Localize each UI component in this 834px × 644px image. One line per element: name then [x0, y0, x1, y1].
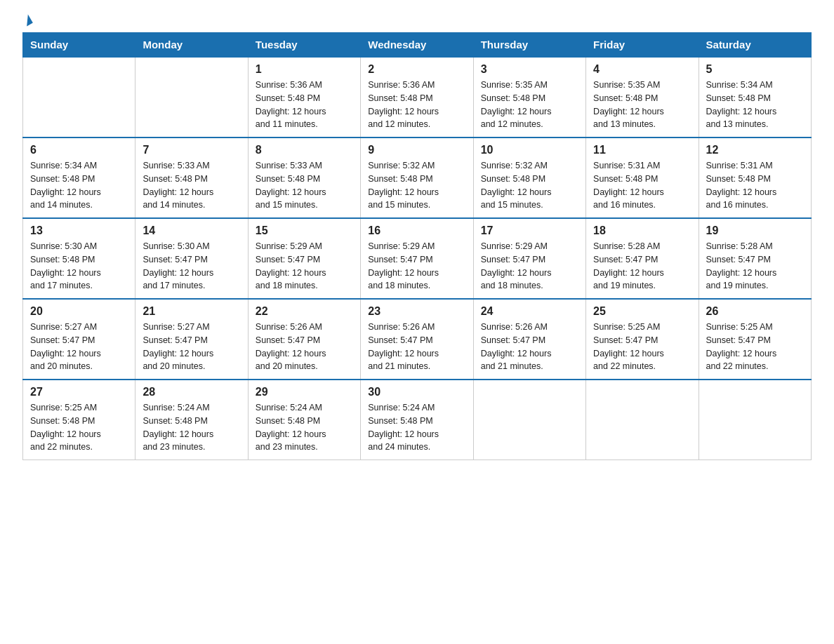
day-info: Sunrise: 5:30 AMSunset: 5:47 PMDaylight:… — [143, 240, 240, 293]
day-info: Sunrise: 5:32 AMSunset: 5:48 PMDaylight:… — [368, 159, 465, 212]
calendar-cell: 24Sunrise: 5:26 AMSunset: 5:47 PMDayligh… — [473, 299, 585, 380]
calendar-cell: 14Sunrise: 5:30 AMSunset: 5:47 PMDayligh… — [135, 218, 248, 299]
logo — [22, 17, 31, 25]
weekday-header-friday: Friday — [586, 33, 699, 58]
calendar-cell: 12Sunrise: 5:31 AMSunset: 5:48 PMDayligh… — [699, 137, 811, 218]
day-number: 9 — [368, 144, 465, 156]
calendar-cell — [586, 380, 699, 460]
day-number: 5 — [706, 63, 804, 76]
calendar-cell: 3Sunrise: 5:35 AMSunset: 5:48 PMDaylight… — [473, 57, 585, 137]
calendar-header-row: SundayMondayTuesdayWednesdayThursdayFrid… — [23, 33, 812, 58]
calendar-cell: 4Sunrise: 5:35 AMSunset: 5:48 PMDaylight… — [586, 57, 699, 137]
day-number: 2 — [368, 63, 465, 76]
day-info: Sunrise: 5:33 AMSunset: 5:48 PMDaylight:… — [256, 159, 353, 212]
calendar-cell: 20Sunrise: 5:27 AMSunset: 5:47 PMDayligh… — [23, 299, 135, 380]
day-info: Sunrise: 5:36 AMSunset: 5:48 PMDaylight:… — [256, 79, 353, 131]
day-info: Sunrise: 5:33 AMSunset: 5:48 PMDaylight:… — [143, 159, 240, 212]
day-info: Sunrise: 5:30 AMSunset: 5:48 PMDaylight:… — [30, 240, 128, 293]
day-number: 10 — [481, 144, 578, 156]
day-number: 29 — [256, 386, 353, 398]
day-number: 24 — [481, 305, 578, 318]
day-info: Sunrise: 5:31 AMSunset: 5:48 PMDaylight:… — [706, 159, 804, 212]
calendar-cell: 6Sunrise: 5:34 AMSunset: 5:48 PMDaylight… — [23, 137, 135, 218]
day-info: Sunrise: 5:24 AMSunset: 5:48 PMDaylight:… — [256, 401, 353, 454]
day-info: Sunrise: 5:28 AMSunset: 5:47 PMDaylight:… — [706, 240, 804, 293]
day-info: Sunrise: 5:26 AMSunset: 5:47 PMDaylight:… — [256, 321, 353, 373]
calendar-cell: 29Sunrise: 5:24 AMSunset: 5:48 PMDayligh… — [248, 380, 360, 460]
calendar-cell: 5Sunrise: 5:34 AMSunset: 5:48 PMDaylight… — [699, 57, 811, 137]
calendar-cell: 25Sunrise: 5:25 AMSunset: 5:47 PMDayligh… — [586, 299, 699, 380]
calendar-cell: 1Sunrise: 5:36 AMSunset: 5:48 PMDaylight… — [248, 57, 360, 137]
calendar-week-row: 6Sunrise: 5:34 AMSunset: 5:48 PMDaylight… — [23, 137, 812, 218]
day-number: 18 — [593, 224, 691, 237]
calendar-cell: 18Sunrise: 5:28 AMSunset: 5:47 PMDayligh… — [586, 218, 699, 299]
logo-triangle-icon — [22, 14, 33, 26]
calendar-cell: 16Sunrise: 5:29 AMSunset: 5:47 PMDayligh… — [361, 218, 473, 299]
day-info: Sunrise: 5:24 AMSunset: 5:48 PMDaylight:… — [143, 401, 240, 454]
day-number: 13 — [30, 224, 128, 237]
day-number: 15 — [256, 224, 353, 237]
weekday-header-tuesday: Tuesday — [248, 33, 360, 58]
calendar-cell: 13Sunrise: 5:30 AMSunset: 5:48 PMDayligh… — [23, 218, 135, 299]
day-info: Sunrise: 5:25 AMSunset: 5:47 PMDaylight:… — [593, 321, 691, 373]
day-info: Sunrise: 5:35 AMSunset: 5:48 PMDaylight:… — [593, 79, 691, 131]
day-number: 12 — [706, 144, 804, 156]
day-number: 16 — [368, 224, 465, 237]
day-info: Sunrise: 5:26 AMSunset: 5:47 PMDaylight:… — [368, 321, 465, 373]
day-info: Sunrise: 5:25 AMSunset: 5:47 PMDaylight:… — [706, 321, 804, 373]
day-number: 6 — [30, 144, 128, 156]
day-number: 17 — [481, 224, 578, 237]
calendar-cell — [699, 380, 811, 460]
day-number: 4 — [593, 63, 691, 76]
page-header — [22, 17, 812, 25]
day-info: Sunrise: 5:36 AMSunset: 5:48 PMDaylight:… — [368, 79, 465, 131]
day-number: 11 — [593, 144, 691, 156]
calendar-cell — [23, 57, 135, 137]
calendar-cell: 11Sunrise: 5:31 AMSunset: 5:48 PMDayligh… — [586, 137, 699, 218]
calendar-cell — [135, 57, 248, 137]
calendar-cell: 19Sunrise: 5:28 AMSunset: 5:47 PMDayligh… — [699, 218, 811, 299]
day-number: 3 — [481, 63, 578, 76]
day-info: Sunrise: 5:28 AMSunset: 5:47 PMDaylight:… — [593, 240, 691, 293]
day-number: 14 — [143, 224, 240, 237]
day-info: Sunrise: 5:29 AMSunset: 5:47 PMDaylight:… — [481, 240, 578, 293]
day-number: 26 — [706, 305, 804, 318]
calendar-cell: 27Sunrise: 5:25 AMSunset: 5:48 PMDayligh… — [23, 380, 135, 460]
day-number: 22 — [256, 305, 353, 318]
calendar-cell — [473, 380, 585, 460]
calendar-cell: 21Sunrise: 5:27 AMSunset: 5:47 PMDayligh… — [135, 299, 248, 380]
calendar-week-row: 1Sunrise: 5:36 AMSunset: 5:48 PMDaylight… — [23, 57, 812, 137]
day-number: 27 — [30, 386, 128, 398]
calendar-cell: 26Sunrise: 5:25 AMSunset: 5:47 PMDayligh… — [699, 299, 811, 380]
calendar-cell: 9Sunrise: 5:32 AMSunset: 5:48 PMDaylight… — [361, 137, 473, 218]
day-info: Sunrise: 5:34 AMSunset: 5:48 PMDaylight:… — [706, 79, 804, 131]
day-number: 23 — [368, 305, 465, 318]
calendar-week-row: 27Sunrise: 5:25 AMSunset: 5:48 PMDayligh… — [23, 380, 812, 460]
day-info: Sunrise: 5:32 AMSunset: 5:48 PMDaylight:… — [481, 159, 578, 212]
calendar-cell: 17Sunrise: 5:29 AMSunset: 5:47 PMDayligh… — [473, 218, 585, 299]
weekday-header-saturday: Saturday — [699, 33, 811, 58]
calendar-week-row: 20Sunrise: 5:27 AMSunset: 5:47 PMDayligh… — [23, 299, 812, 380]
day-info: Sunrise: 5:31 AMSunset: 5:48 PMDaylight:… — [593, 159, 691, 212]
day-info: Sunrise: 5:27 AMSunset: 5:47 PMDaylight:… — [143, 321, 240, 373]
calendar-cell: 2Sunrise: 5:36 AMSunset: 5:48 PMDaylight… — [361, 57, 473, 137]
day-number: 8 — [256, 144, 353, 156]
calendar-cell: 28Sunrise: 5:24 AMSunset: 5:48 PMDayligh… — [135, 380, 248, 460]
weekday-header-wednesday: Wednesday — [361, 33, 473, 58]
day-number: 21 — [143, 305, 240, 318]
day-number: 28 — [143, 386, 240, 398]
calendar-cell: 15Sunrise: 5:29 AMSunset: 5:47 PMDayligh… — [248, 218, 360, 299]
day-number: 30 — [368, 386, 465, 398]
calendar-table: SundayMondayTuesdayWednesdayThursdayFrid… — [22, 32, 812, 460]
calendar-cell: 23Sunrise: 5:26 AMSunset: 5:47 PMDayligh… — [361, 299, 473, 380]
calendar-cell: 22Sunrise: 5:26 AMSunset: 5:47 PMDayligh… — [248, 299, 360, 380]
day-info: Sunrise: 5:29 AMSunset: 5:47 PMDaylight:… — [368, 240, 465, 293]
day-info: Sunrise: 5:24 AMSunset: 5:48 PMDaylight:… — [368, 401, 465, 454]
day-info: Sunrise: 5:26 AMSunset: 5:47 PMDaylight:… — [481, 321, 578, 373]
day-info: Sunrise: 5:35 AMSunset: 5:48 PMDaylight:… — [481, 79, 578, 131]
calendar-week-row: 13Sunrise: 5:30 AMSunset: 5:48 PMDayligh… — [23, 218, 812, 299]
weekday-header-monday: Monday — [135, 33, 248, 58]
day-number: 1 — [256, 63, 353, 76]
day-number: 19 — [706, 224, 804, 237]
calendar-cell: 10Sunrise: 5:32 AMSunset: 5:48 PMDayligh… — [473, 137, 585, 218]
